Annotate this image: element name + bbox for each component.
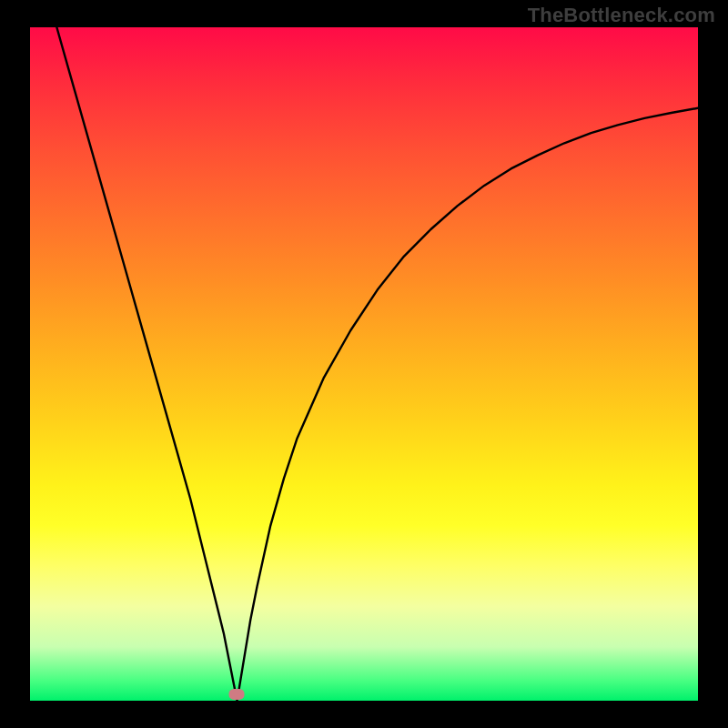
- minimum-marker: [229, 689, 245, 700]
- bottleneck-curve: [56, 27, 698, 701]
- watermark-text: TheBottleneck.com: [528, 4, 715, 27]
- plot-area: [30, 27, 698, 701]
- curve-layer: [30, 27, 698, 701]
- chart-frame: TheBottleneck.com: [0, 0, 728, 728]
